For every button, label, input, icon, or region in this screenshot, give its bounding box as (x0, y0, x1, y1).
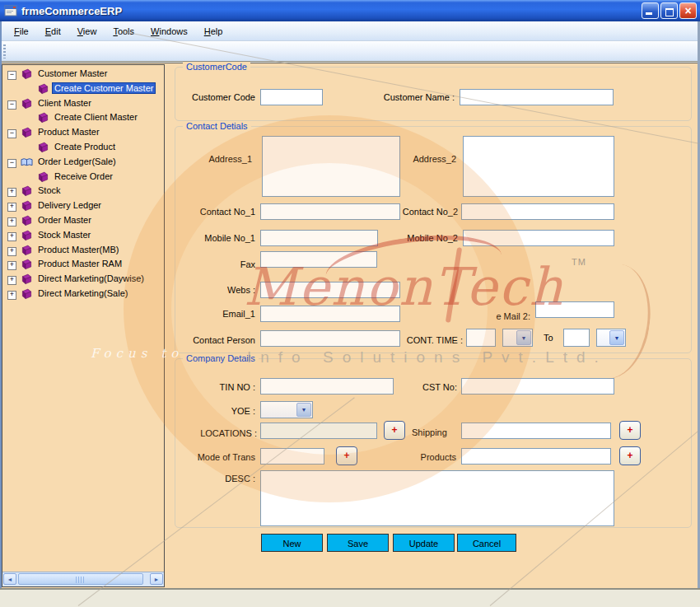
title-bar: frmeCommerceERP × (0, 0, 700, 21)
webs-input[interactable] (260, 282, 400, 298)
update-button[interactable]: Update (393, 534, 455, 552)
contact-no-2-input[interactable] (461, 203, 614, 220)
menu-item-windows[interactable]: Windows (143, 24, 195, 39)
contact-time-to-input[interactable] (563, 329, 590, 347)
tree-item-create-customer-master[interactable]: Create Customer Master (52, 82, 156, 94)
customer-name-input[interactable] (460, 89, 614, 105)
collapse-icon[interactable]: − (7, 71, 16, 80)
tree-item-stock-master[interactable]: Stock Master (35, 229, 93, 240)
contact-person-input[interactable] (260, 330, 400, 347)
expand-icon[interactable]: + (7, 217, 16, 226)
menu-item-file[interactable]: File (7, 24, 36, 39)
window-bottom-edge (0, 588, 700, 607)
menu-item-help[interactable]: Help (197, 24, 231, 39)
locations-input[interactable] (260, 423, 377, 439)
collapse-icon[interactable]: − (7, 129, 16, 138)
tree-item-direct-marketing-daywise[interactable]: Direct Marketing(Daywise) (35, 273, 147, 284)
toolbar-grip-handle[interactable] (3, 44, 6, 58)
tree-row: Create Customer Master (2, 82, 164, 96)
address-1-textarea[interactable] (262, 136, 400, 197)
tree-item-delivery-ledger[interactable]: Delivery Ledger (35, 199, 104, 211)
cancel-button[interactable]: Cancel (457, 534, 516, 552)
chevron-down-icon[interactable]: ▼ (609, 330, 624, 345)
tin-no-label: TIN NO : (194, 382, 255, 392)
tree-item-order-ledger-sale[interactable]: Order Ledger(Sale) (35, 156, 119, 167)
customer-code-input[interactable] (260, 89, 323, 105)
tree-item-order-master[interactable]: Order Master (35, 214, 94, 226)
customer-code-label: Customer Code (176, 92, 255, 102)
expand-icon[interactable]: + (7, 203, 16, 212)
tree-row: −Client Master (2, 97, 164, 111)
expand-icon[interactable]: + (7, 232, 16, 241)
email-2-input[interactable] (535, 301, 614, 318)
tree-item-product-master-mb[interactable]: Product Master(MB) (35, 244, 121, 255)
cst-no-input[interactable] (461, 378, 614, 395)
minimize-button[interactable] (642, 2, 659, 19)
scroll-left-icon[interactable]: ◄ (3, 573, 16, 585)
tree-row: −Customer Master (2, 68, 164, 82)
address-2-textarea[interactable] (463, 136, 614, 197)
scroll-right-icon[interactable]: ► (150, 573, 163, 585)
collapse-icon[interactable]: − (7, 100, 16, 110)
tree-row: Create Product (2, 141, 164, 155)
toolbar (0, 41, 700, 62)
tree-item-receive-order[interactable]: Receive Order (52, 170, 115, 182)
menu-item-view[interactable]: View (70, 24, 105, 39)
horizontal-scrollbar[interactable]: ◄ ► (2, 572, 164, 586)
products-input[interactable] (461, 448, 611, 465)
new-button[interactable]: New (261, 534, 323, 552)
group-title: CustomerCode (183, 62, 250, 72)
mobile-no-1-input[interactable] (260, 230, 378, 246)
tree-item-customer-master[interactable]: Customer Master (35, 68, 110, 79)
tree-row: +Product Master RAM (2, 258, 164, 272)
scrollbar-thumb[interactable] (18, 573, 143, 585)
app-icon (4, 4, 17, 17)
tree-item-product-master-ram[interactable]: Product Master RAM (35, 258, 124, 269)
menu-item-edit[interactable]: Edit (38, 24, 68, 39)
group-title: Company Details (183, 353, 259, 363)
book-icon (21, 230, 34, 242)
expand-icon[interactable]: + (7, 291, 16, 300)
contact-time-to-select[interactable]: ▼ (596, 329, 626, 347)
book-icon (37, 83, 50, 96)
add-mode-of-trans-button[interactable]: + (336, 446, 357, 465)
contact-time-from-select[interactable]: ▼ (502, 329, 533, 347)
tree-item-stock[interactable]: Stock (35, 184, 63, 196)
shipping-label: Shipping (412, 427, 456, 437)
contact-time-from-input[interactable] (466, 329, 496, 347)
tree-item-client-master[interactable]: Client Master (35, 97, 94, 109)
email-1-input[interactable] (260, 306, 400, 322)
close-button[interactable]: × (679, 2, 697, 19)
open-book-icon (21, 156, 34, 169)
desc-textarea[interactable] (260, 470, 614, 526)
mode-of-trans-input[interactable] (260, 448, 324, 465)
tree-item-create-client-master[interactable]: Create Client Master (52, 111, 140, 123)
contact-no-1-input[interactable] (260, 203, 400, 220)
mode-of-trans-label: Mode of Trans (183, 452, 255, 462)
menu-item-tools[interactable]: Tools (105, 24, 142, 39)
add-shipping-button[interactable]: + (619, 421, 641, 440)
add-product-button[interactable]: + (619, 446, 641, 465)
tree-item-product-master[interactable]: Product Master (35, 126, 102, 138)
expand-icon[interactable]: + (7, 247, 16, 256)
expand-icon[interactable]: + (7, 276, 16, 285)
expand-icon[interactable]: + (7, 261, 16, 270)
restore-button[interactable] (660, 2, 678, 19)
mobile-no-2-input[interactable] (463, 230, 614, 246)
fax-label: Fax (186, 259, 255, 269)
save-button[interactable]: Save (327, 534, 389, 552)
mobile-no-2-label: Mobile No_2 (400, 233, 458, 243)
book-icon (21, 185, 34, 198)
chevron-down-icon[interactable]: ▼ (516, 330, 531, 345)
tin-no-input[interactable] (260, 378, 394, 395)
tree-item-direct-marketing-sale[interactable]: Direct Marketing(Sale) (35, 287, 130, 299)
contact-no-1-label: Contact No_1 (186, 207, 255, 217)
yoe-select[interactable]: ▼ (260, 401, 313, 418)
shipping-input[interactable] (461, 423, 611, 439)
collapse-icon[interactable]: − (7, 159, 16, 168)
expand-icon[interactable]: + (7, 188, 16, 197)
chevron-down-icon[interactable]: ▼ (296, 403, 311, 417)
add-location-button[interactable]: + (384, 421, 405, 440)
tree-item-create-product[interactable]: Create Product (52, 141, 118, 152)
fax-input[interactable] (260, 251, 377, 268)
